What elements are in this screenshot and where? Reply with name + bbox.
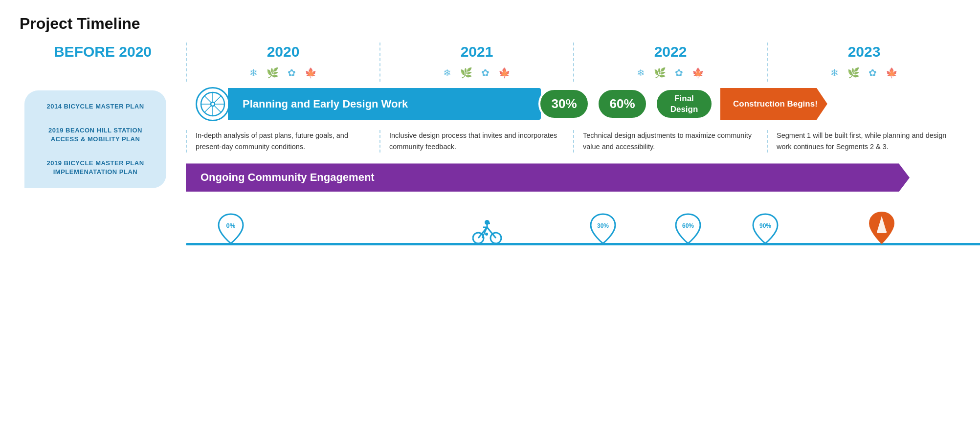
svg-text:30%: 30%: [597, 222, 609, 229]
year-col-2022: 2022 ❄ 🌿 ✿ 🍁: [573, 43, 767, 82]
fall-icon-2022: 🍁: [692, 67, 704, 79]
winter-icon-2023: ❄: [830, 67, 839, 79]
pin-60: 60%: [674, 212, 702, 245]
svg-line-9: [204, 106, 211, 112]
summer-icon-2020: ✿: [288, 67, 296, 79]
bike-icon-container: [472, 218, 502, 245]
planning-bar: Planning and Early Design Work: [228, 88, 541, 120]
svg-point-20: [485, 220, 490, 225]
svg-point-19: [485, 233, 488, 236]
desc-text-2022: Technical design adjustments to maximize…: [583, 131, 752, 151]
pin-construction-container: [868, 210, 896, 245]
fall-icon-2020: 🍁: [305, 67, 317, 79]
winter-icon-2021: ❄: [443, 67, 451, 79]
summer-icon-2023: ✿: [869, 67, 877, 79]
pin-60-container: 60%: [674, 212, 702, 245]
before-item-1: 2014 BICYCLE MASTER PLAN: [34, 102, 156, 111]
pin-30-container: 30%: [589, 212, 617, 245]
spring-icon-2021: 🌿: [460, 67, 472, 79]
pin-construction: [868, 210, 896, 245]
top-bar-area: Planning and Early Design Work 30% 60% F…: [186, 86, 960, 122]
pin-90: 90%: [751, 212, 780, 245]
phase-final-badge: Final Design: [655, 88, 713, 120]
fall-icon-2023: 🍁: [886, 67, 898, 79]
fall-icon-2021: 🍁: [498, 67, 511, 79]
desc-text-2021: Inclusive design process that invites an…: [389, 131, 557, 151]
season-icons-2022: ❄ 🌿 ✿ 🍁: [637, 64, 704, 82]
before-item-2: 2019 BEACON HILL STATION ACCESS & MOBILI…: [34, 126, 156, 144]
bicycle-wheel-icon: [196, 87, 230, 121]
winter-icon-2020: ❄: [249, 67, 258, 79]
desc-text-2020: In-depth analysis of past plans, future …: [196, 131, 348, 151]
year-col-2023: 2023 ❄ 🌿 ✿ 🍁: [767, 43, 960, 82]
before-item-3: 2019 BICYCLE MASTER PLAN IMPLEMENATATION…: [34, 159, 156, 176]
page-title: Project Timeline: [20, 15, 960, 33]
year-col-2020: 2020 ❄ 🌿 ✿ 🍁: [186, 43, 379, 82]
desc-col-2023: Segment 1 will be built first, while pla…: [767, 130, 960, 153]
planning-bar-label: Planning and Early Design Work: [243, 98, 408, 110]
svg-text:0%: 0%: [226, 222, 236, 229]
spring-icon-2020: 🌿: [267, 67, 279, 79]
phase-60-badge: 60%: [597, 88, 648, 120]
before-year-label: BEFORE 2020: [54, 43, 152, 60]
year-label-2023: 2023: [848, 43, 881, 60]
season-icons-2021: ❄ 🌿 ✿ 🍁: [443, 64, 511, 82]
phase-30-badge: 30%: [538, 88, 590, 120]
desc-text-2023: Segment 1 will be built first, while pla…: [777, 131, 946, 151]
before-2020-header: BEFORE 2020: [20, 43, 186, 82]
community-row: Ongoing Community Engagement: [186, 163, 960, 192]
description-row: In-depth analysis of past plans, future …: [186, 130, 960, 153]
year-label-2021: 2021: [461, 43, 493, 60]
svg-line-6: [204, 96, 211, 103]
year-label-2022: 2022: [654, 43, 687, 60]
svg-line-7: [214, 106, 221, 112]
timeline-area: Planning and Early Design Work 30% 60% F…: [186, 86, 960, 255]
svg-rect-25: [877, 231, 887, 233]
svg-text:60%: 60%: [682, 222, 694, 229]
bicycle-icon: [472, 218, 502, 245]
svg-line-8: [214, 96, 221, 103]
season-icons-2020: ❄ 🌿 ✿ 🍁: [249, 64, 317, 82]
pin-0: 0%: [217, 215, 245, 243]
winter-icon-2022: ❄: [637, 67, 645, 79]
before-2020-panel: 2014 BICYCLE MASTER PLAN 2019 BEACON HIL…: [20, 86, 186, 188]
community-bar-label: Ongoing Community Engagement: [200, 171, 375, 184]
pin-0-container: 0%: [217, 215, 245, 245]
year-col-2021: 2021 ❄ 🌿 ✿ 🍁: [379, 43, 573, 82]
community-bar: Ongoing Community Engagement: [186, 163, 910, 192]
bottom-pins-area: 0%: [186, 201, 960, 255]
spring-icon-2023: 🌿: [847, 67, 860, 79]
svg-point-1: [211, 102, 215, 106]
timeline-line: [186, 243, 980, 245]
desc-col-2020: In-depth analysis of past plans, future …: [186, 130, 379, 153]
season-icons-2023: ❄ 🌿 ✿ 🍁: [830, 64, 898, 82]
desc-col-2022: Technical design adjustments to maximize…: [573, 130, 767, 153]
spring-icon-2022: 🌿: [654, 67, 666, 79]
svg-text:90%: 90%: [759, 222, 771, 229]
summer-icon-2021: ✿: [481, 67, 490, 79]
desc-col-2021: Inclusive design process that invites an…: [379, 130, 573, 153]
summer-icon-2022: ✿: [675, 67, 683, 79]
year-label-2020: 2020: [267, 43, 300, 60]
pin-90-container: 90%: [751, 212, 780, 245]
pin-30: 30%: [589, 212, 617, 245]
phase-construction-badge: Construction Begins!: [720, 88, 827, 120]
page-container: Project Timeline BEFORE 2020 2020 ❄ 🌿 ✿ …: [0, 0, 980, 436]
before-box: 2014 BICYCLE MASTER PLAN 2019 BEACON HIL…: [24, 90, 166, 188]
